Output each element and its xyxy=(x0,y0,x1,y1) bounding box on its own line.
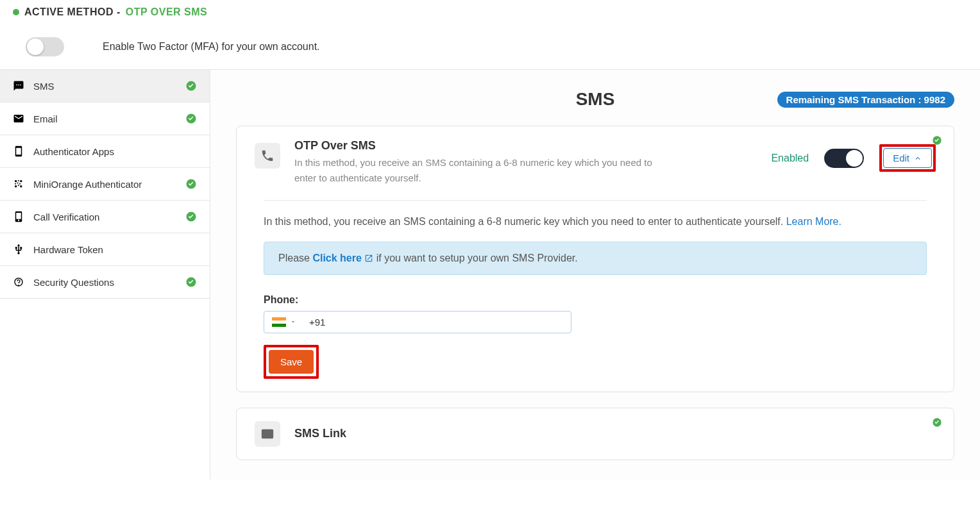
phone-call-icon xyxy=(13,211,24,222)
sidebar-item-email[interactable]: Email xyxy=(0,103,210,135)
phone-app-icon xyxy=(13,145,24,157)
sidebar-item-security-questions[interactable]: Security Questions xyxy=(0,266,210,299)
edit-button-label: Edit xyxy=(893,153,909,163)
sidebar-item-label: SMS xyxy=(33,81,55,92)
content-header: SMS Remaining SMS Transaction : 9982 xyxy=(236,89,954,110)
status-dot-icon xyxy=(13,9,19,15)
phone-label: Phone: xyxy=(264,294,927,306)
svg-rect-7 xyxy=(19,183,21,185)
chevron-down-icon xyxy=(290,319,296,325)
phone-input-wrapper xyxy=(264,311,571,333)
check-icon xyxy=(185,276,197,288)
phone-input[interactable] xyxy=(309,317,563,328)
enabled-label: Enabled xyxy=(771,153,809,164)
sidebar-item-call-verification[interactable]: Call Verification xyxy=(0,201,210,233)
check-icon xyxy=(185,113,197,124)
svg-rect-4 xyxy=(20,180,22,182)
card-body-text: In this method, you receive an SMS conta… xyxy=(264,213,927,230)
svg-rect-9 xyxy=(18,185,19,186)
envelope-icon xyxy=(13,113,24,124)
card-controls: Enabled Edit xyxy=(771,144,936,172)
toggle-knob-icon xyxy=(846,150,863,167)
chevron-up-icon xyxy=(913,154,922,163)
sidebar-item-label: MiniOrange Authenticator xyxy=(33,179,142,190)
svg-rect-5 xyxy=(15,183,16,185)
sidebar-item-authenticator-apps[interactable]: Authenticator Apps xyxy=(0,135,210,168)
usb-icon xyxy=(13,244,24,255)
sidebar-item-label: Security Questions xyxy=(33,277,114,288)
svg-rect-10 xyxy=(20,185,22,187)
check-icon xyxy=(185,211,197,222)
toggle-knob-icon xyxy=(27,38,44,55)
otp-sms-toggle[interactable] xyxy=(824,149,864,168)
sidebar: SMS Email Authenticator Apps xyxy=(0,70,210,479)
sidebar-item-label: Authenticator Apps xyxy=(33,146,114,157)
content-area: SMS Remaining SMS Transaction : 9982 OTP… xyxy=(210,70,980,479)
save-button[interactable]: Save xyxy=(269,350,314,374)
info-box: Please Click here if you want to setup y… xyxy=(264,242,927,275)
mfa-toggle-section: Enable Two Factor (MFA) for your own acc… xyxy=(0,24,980,69)
svg-rect-8 xyxy=(15,185,17,187)
divider xyxy=(264,200,927,201)
external-link-icon xyxy=(364,254,373,263)
sidebar-item-sms[interactable]: SMS xyxy=(0,70,210,103)
message-icon xyxy=(13,80,24,92)
sidebar-item-label: Hardware Token xyxy=(33,244,103,255)
edit-button[interactable]: Edit xyxy=(883,148,932,168)
check-icon xyxy=(185,80,197,92)
card-title: OTP Over SMS xyxy=(294,139,757,153)
india-flag-icon xyxy=(272,317,286,327)
sms-link-icon xyxy=(255,421,280,447)
qr-icon xyxy=(13,178,24,190)
content-title: SMS xyxy=(576,89,615,110)
card-body: In this method, you receive an SMS conta… xyxy=(255,213,936,379)
question-icon xyxy=(13,276,24,288)
edit-highlight: Edit xyxy=(879,144,936,172)
learn-more-link[interactable]: Learn More. xyxy=(786,216,841,227)
sms-link-card: SMS Link xyxy=(236,408,954,460)
main-container: SMS Email Authenticator Apps xyxy=(0,69,980,479)
check-icon xyxy=(932,417,942,429)
sidebar-item-label: Call Verification xyxy=(33,212,99,222)
remaining-sms-badge: Remaining SMS Transaction : 9982 xyxy=(777,92,954,108)
country-flag-selector[interactable] xyxy=(272,317,296,327)
check-icon xyxy=(185,178,197,190)
mfa-toggle-label: Enable Two Factor (MFA) for your own acc… xyxy=(103,41,320,53)
save-highlight: Save xyxy=(264,345,319,379)
mfa-toggle[interactable] xyxy=(26,37,64,56)
svg-rect-6 xyxy=(17,183,19,184)
svg-rect-2 xyxy=(15,180,17,182)
sidebar-item-hardware-token[interactable]: Hardware Token xyxy=(0,233,210,266)
sidebar-item-label: Email xyxy=(33,113,58,124)
click-here-link[interactable]: Click here xyxy=(312,253,373,263)
card-description: In this method, you receive an SMS conta… xyxy=(294,155,654,186)
check-icon xyxy=(932,135,942,147)
card-header: OTP Over SMS In this method, you receive… xyxy=(255,139,936,186)
sidebar-item-miniorange[interactable]: MiniOrange Authenticator xyxy=(0,168,210,201)
top-bar: ACTIVE METHOD - OTP OVER SMS xyxy=(0,0,980,24)
active-method-label: ACTIVE METHOD - xyxy=(24,6,121,18)
svg-rect-3 xyxy=(18,180,19,181)
phone-icon xyxy=(255,143,280,169)
sms-link-title: SMS Link xyxy=(294,427,346,440)
active-method-value: OTP OVER SMS xyxy=(126,6,208,18)
otp-over-sms-card: OTP Over SMS In this method, you receive… xyxy=(236,126,954,392)
